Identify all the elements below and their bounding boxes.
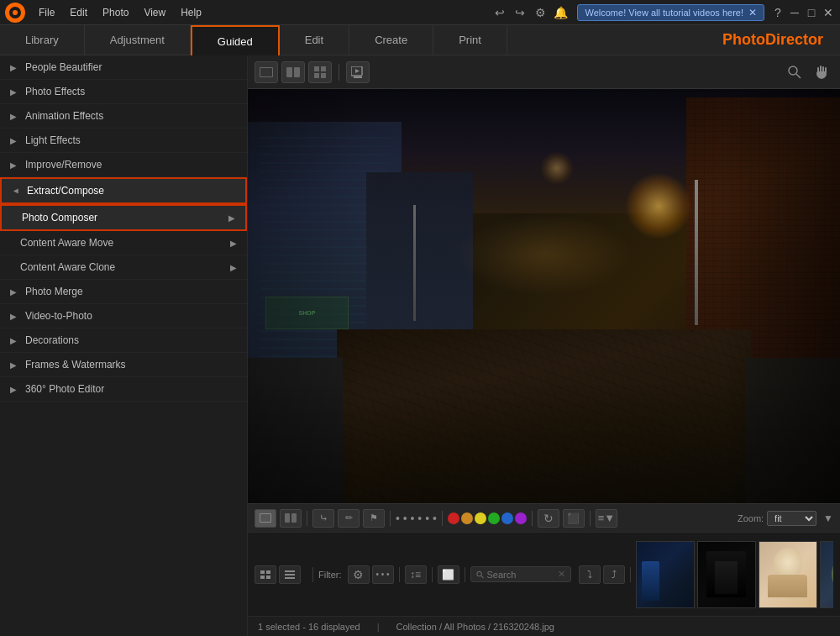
svg-rect-20 bbox=[291, 513, 297, 523]
gear-icon[interactable]: ⚙ bbox=[532, 4, 549, 21]
svg-rect-7 bbox=[321, 73, 326, 78]
welcome-text: Welcome! View all tutorial videos here! bbox=[585, 8, 743, 18]
notification-icon[interactable]: 🔔 bbox=[552, 4, 569, 21]
menu-view[interactable]: View bbox=[137, 5, 172, 20]
sidebar-item-extract-compose[interactable]: ▼ Extract/Compose bbox=[0, 177, 247, 204]
photo-display: SHOP bbox=[248, 89, 840, 503]
color-blue[interactable] bbox=[501, 512, 513, 524]
frame-strip-btn[interactable]: ⬜ bbox=[438, 565, 459, 584]
welcome-close-btn[interactable]: ✕ bbox=[748, 7, 757, 18]
search-input[interactable] bbox=[487, 570, 554, 580]
zoom-select[interactable]: fit fill 25% 50% 75% 100% 200% bbox=[767, 511, 816, 526]
thumbnail-3[interactable] bbox=[759, 541, 817, 608]
minimize-btn[interactable]: ─ bbox=[788, 6, 801, 19]
sidebar-subitem-photo-composer[interactable]: Photo Composer ▶ bbox=[0, 204, 247, 231]
search-box[interactable]: ✕ bbox=[470, 566, 571, 582]
brush-btn[interactable]: ✏ bbox=[338, 509, 360, 528]
undo-icon[interactable]: ↩ bbox=[491, 4, 508, 21]
menu-photo[interactable]: Photo bbox=[96, 5, 135, 20]
thumbnail-2[interactable] bbox=[697, 541, 756, 608]
toolbar-icons: ↩ ↪ ⚙ 🔔 bbox=[491, 4, 569, 21]
flag-btn[interactable]: ⚑ bbox=[363, 509, 385, 528]
svg-rect-19 bbox=[285, 513, 290, 523]
sep5 bbox=[590, 511, 591, 526]
svg-line-12 bbox=[796, 74, 801, 78]
svg-rect-26 bbox=[285, 574, 295, 576]
sidebar-subitem-content-aware-move[interactable]: Content Aware Move ▶ bbox=[0, 231, 247, 255]
compare-view-btn[interactable] bbox=[281, 61, 305, 83]
sidebar-label-decorations: Decorations bbox=[25, 334, 79, 346]
help-btn[interactable]: ? bbox=[771, 6, 785, 19]
thumbnail-1[interactable] bbox=[636, 541, 695, 608]
sidebar-item-animation-effects[interactable]: ▶ Animation Effects bbox=[0, 104, 247, 129]
sidebar-item-improve-remove[interactable]: ▶ Improve/Remove bbox=[0, 153, 247, 177]
side-by-side-btn[interactable] bbox=[280, 509, 302, 528]
hand-btn[interactable] bbox=[810, 61, 833, 83]
strip-sep-1 bbox=[312, 567, 313, 582]
sidebar-item-frames-watermarks[interactable]: ▶ Frames & Watermarks bbox=[0, 353, 247, 377]
sidebar-item-people-beautifier[interactable]: ▶ People Beautifier bbox=[0, 55, 247, 80]
single-photo-btn[interactable] bbox=[255, 509, 276, 528]
export-photo-btn[interactable]: ⬛ bbox=[563, 509, 585, 528]
color-green[interactable] bbox=[488, 512, 500, 524]
sidebar-subitem-content-aware-clone[interactable]: Content Aware Clone ▶ bbox=[0, 255, 247, 280]
tab-print[interactable]: Print bbox=[433, 25, 507, 55]
rotate-btn[interactable]: ↻ bbox=[538, 509, 559, 528]
arrow-video: ▶ bbox=[10, 312, 18, 321]
svg-rect-2 bbox=[286, 67, 292, 77]
color-purple[interactable] bbox=[515, 512, 527, 524]
thumbnail-4[interactable]: 360 bbox=[820, 541, 834, 608]
welcome-banner: Welcome! View all tutorial videos here! … bbox=[577, 4, 764, 21]
slideshow-btn[interactable] bbox=[346, 61, 370, 83]
sidebar-label-360: 360° Photo Editor bbox=[25, 383, 104, 395]
sort-strip-btn[interactable]: ↕≡ bbox=[405, 565, 427, 584]
grid-view-btn[interactable] bbox=[308, 61, 332, 83]
tab-edit[interactable]: Edit bbox=[280, 25, 349, 55]
arrow-btn[interactable]: ⤷ bbox=[312, 509, 334, 528]
arrow-improve: ▶ bbox=[10, 160, 18, 170]
sidebar-label-photo-effects: Photo Effects bbox=[25, 86, 85, 97]
brand-accent: Photo bbox=[722, 31, 765, 49]
share-btn[interactable]: ⤴ bbox=[603, 565, 625, 584]
sort-btn[interactable]: ≡▼ bbox=[596, 509, 617, 528]
sidebar-item-360-editor[interactable]: ▶ 360° Photo Editor bbox=[0, 377, 247, 402]
menu-file[interactable]: File bbox=[32, 5, 61, 20]
sidebar-item-decorations[interactable]: ▶ Decorations bbox=[0, 329, 247, 353]
single-view-btn[interactable] bbox=[255, 61, 278, 83]
svg-rect-22 bbox=[266, 570, 270, 574]
svg-rect-24 bbox=[266, 576, 270, 579]
sidebar-label-animation: Animation Effects bbox=[25, 110, 103, 122]
color-orange[interactable] bbox=[461, 512, 473, 524]
zoom-label: Zoom: bbox=[738, 513, 764, 523]
arrow-frames: ▶ bbox=[10, 360, 18, 370]
menu-help[interactable]: Help bbox=[174, 5, 208, 20]
sidebar-label-content-clone: Content Aware Clone bbox=[20, 261, 115, 273]
sidebar: ▶ People Beautifier ▶ Photo Effects ▶ An… bbox=[0, 55, 248, 636]
search-clear-icon[interactable]: ✕ bbox=[558, 569, 565, 580]
tab-guided[interactable]: Guided bbox=[191, 25, 280, 55]
sidebar-item-photo-merge[interactable]: ▶ Photo Merge bbox=[0, 280, 247, 304]
sidebar-item-light-effects[interactable]: ▶ Light Effects bbox=[0, 129, 247, 153]
maximize-btn[interactable]: □ bbox=[805, 6, 818, 19]
arrow-photo: ▶ bbox=[10, 87, 18, 97]
search-btn[interactable] bbox=[783, 61, 806, 83]
redo-icon[interactable]: ↪ bbox=[512, 4, 528, 21]
sidebar-item-photo-effects[interactable]: ▶ Photo Effects bbox=[0, 80, 247, 104]
filter-dots-btn[interactable]: • • • bbox=[372, 565, 394, 584]
window-controls: ? ─ □ ✕ bbox=[771, 6, 835, 19]
sep4 bbox=[532, 511, 533, 526]
menu-edit[interactable]: Edit bbox=[63, 5, 94, 20]
svg-rect-5 bbox=[321, 66, 326, 71]
tab-create[interactable]: Create bbox=[349, 25, 433, 55]
tab-library[interactable]: Library bbox=[0, 25, 85, 55]
color-red[interactable] bbox=[448, 512, 459, 524]
tab-adjustment[interactable]: Adjustment bbox=[85, 25, 191, 55]
filter-btn[interactable]: ⚙ bbox=[348, 565, 370, 584]
color-yellow[interactable] bbox=[475, 512, 486, 524]
import-btn[interactable]: ⤵ bbox=[579, 565, 601, 584]
zoom-dropdown-arrow[interactable]: ▼ bbox=[823, 512, 833, 524]
strip-list-btn[interactable] bbox=[279, 565, 301, 584]
close-btn[interactable]: ✕ bbox=[822, 6, 835, 19]
sidebar-item-video-to-photo[interactable]: ▶ Video-to-Photo bbox=[0, 304, 247, 329]
strip-grid-btn[interactable] bbox=[255, 565, 276, 584]
